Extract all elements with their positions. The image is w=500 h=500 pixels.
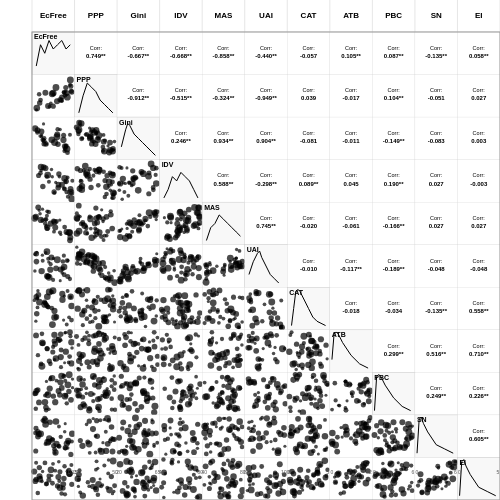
matrix-canvas <box>0 0 500 500</box>
correlation-matrix <box>0 0 500 500</box>
